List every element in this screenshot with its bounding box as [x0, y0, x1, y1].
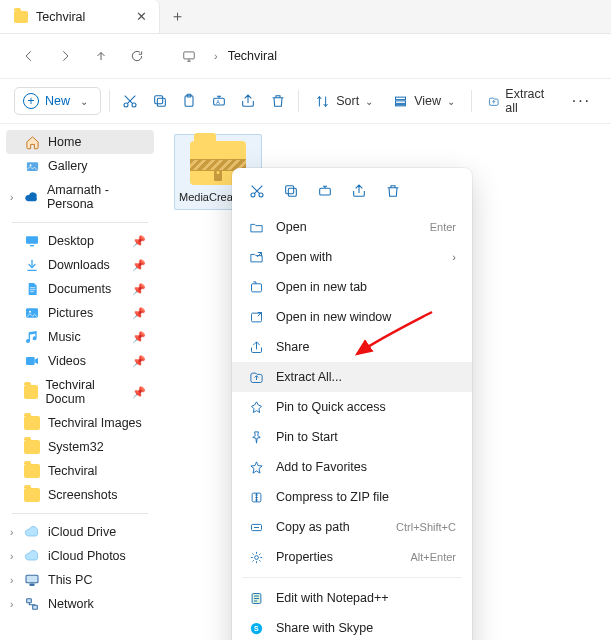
sidebar-item-folder[interactable]: Techviral Docum📌: [6, 373, 154, 411]
menu-item-open[interactable]: OpenEnter: [232, 212, 472, 242]
context-menu: OpenEnter Open with› Open in new tab Ope…: [232, 168, 472, 640]
sidebar-item-gallery[interactable]: Gallery: [6, 154, 154, 178]
desktop-icon: [24, 234, 40, 248]
music-icon: [24, 330, 40, 344]
chevron-right-icon[interactable]: ›: [10, 575, 13, 586]
sidebar-item-icloud-drive[interactable]: ›iCloud Drive: [6, 520, 154, 544]
svg-rect-3: [157, 98, 165, 106]
gallery-icon: [24, 159, 40, 173]
command-bar: + New ⌄ A Sort⌄ View⌄ Extract all ···: [0, 78, 611, 124]
sidebar-item-folder[interactable]: Techviral: [6, 459, 154, 483]
share-button[interactable]: [236, 86, 261, 116]
menu-item-copy-path[interactable]: Copy as pathCtrl+Shift+C: [232, 512, 472, 542]
svg-rect-28: [251, 283, 261, 291]
notepad-icon: [248, 590, 264, 606]
menu-item-pin-start[interactable]: Pin to Start: [232, 422, 472, 452]
extract-all-button[interactable]: Extract all: [480, 83, 556, 119]
svg-rect-9: [396, 97, 406, 100]
sidebar-item-folder[interactable]: Screenshots: [6, 483, 154, 507]
pin-icon: 📌: [132, 386, 146, 399]
chevron-right-icon: ›: [452, 251, 456, 263]
folder-icon: [24, 385, 38, 399]
forward-button[interactable]: [50, 41, 80, 71]
svg-rect-19: [26, 575, 38, 582]
sort-button[interactable]: Sort⌄: [307, 90, 381, 113]
ctx-copy-button[interactable]: [280, 180, 302, 202]
new-button[interactable]: + New ⌄: [14, 87, 101, 115]
menu-item-share-skype[interactable]: SShare with Skype: [232, 613, 472, 640]
new-tab-icon: [248, 279, 264, 295]
delete-button[interactable]: [265, 86, 290, 116]
svg-rect-18: [26, 357, 35, 365]
sidebar-item-home[interactable]: Home: [6, 130, 154, 154]
open-icon: [248, 219, 264, 235]
menu-item-open-with[interactable]: Open with›: [232, 242, 472, 272]
chevron-right-icon[interactable]: ›: [10, 192, 13, 203]
menu-item-share[interactable]: Share: [232, 332, 472, 362]
sidebar-item-this-pc[interactable]: ›This PC: [6, 568, 154, 592]
pin-icon: 📌: [132, 355, 146, 368]
sidebar-item-desktop[interactable]: Desktop📌: [6, 229, 154, 253]
refresh-button[interactable]: [122, 41, 152, 71]
sidebar-item-videos[interactable]: Videos📌: [6, 349, 154, 373]
close-tab-icon[interactable]: ✕: [136, 9, 147, 24]
sidebar-item-icloud-photos[interactable]: ›iCloud Photos: [6, 544, 154, 568]
svg-rect-26: [286, 186, 294, 194]
paste-button[interactable]: [177, 86, 202, 116]
title-bar: Techviral ✕ ＋: [0, 0, 611, 34]
rename-button[interactable]: A: [206, 86, 231, 116]
open-with-icon: [248, 249, 264, 265]
new-label: New: [45, 94, 70, 108]
sidebar-item-network[interactable]: ›Network: [6, 592, 154, 616]
svg-rect-21: [27, 599, 32, 603]
download-icon: [24, 258, 40, 272]
folder-icon: [24, 488, 40, 502]
home-icon: [24, 135, 40, 149]
ctx-share-button[interactable]: [348, 180, 370, 202]
pin-icon: 📌: [132, 235, 146, 248]
network-icon: [24, 597, 40, 611]
ctx-rename-button[interactable]: [314, 180, 336, 202]
menu-item-edit-notepad[interactable]: Edit with Notepad++: [232, 583, 472, 613]
chevron-right-icon[interactable]: ›: [10, 551, 13, 562]
chevron-right-icon[interactable]: ›: [10, 527, 13, 538]
sidebar-item-downloads[interactable]: Downloads📌: [6, 253, 154, 277]
sidebar-item-music[interactable]: Music📌: [6, 325, 154, 349]
svg-point-17: [29, 311, 31, 313]
new-window-icon: [248, 309, 264, 325]
ctx-delete-button[interactable]: [382, 180, 404, 202]
view-button[interactable]: View⌄: [385, 90, 463, 113]
sidebar-item-folder[interactable]: System32: [6, 435, 154, 459]
folder-icon: [24, 416, 40, 430]
navigation-pane: Home Gallery › Amarnath - Persona Deskto…: [0, 124, 160, 640]
sidebar-item-documents[interactable]: Documents📌: [6, 277, 154, 301]
sidebar-item-onedrive[interactable]: › Amarnath - Persona: [6, 178, 154, 216]
chevron-right-icon[interactable]: ›: [10, 599, 13, 610]
plus-circle-icon: +: [23, 93, 39, 109]
ctx-cut-button[interactable]: [246, 180, 268, 202]
document-icon: [24, 282, 40, 296]
pc-icon[interactable]: [174, 41, 204, 71]
new-tab-button[interactable]: ＋: [160, 0, 194, 33]
up-button[interactable]: [86, 41, 116, 71]
sidebar-item-pictures[interactable]: Pictures📌: [6, 301, 154, 325]
nav-bar: › Techviral: [0, 34, 611, 78]
share-icon: [248, 339, 264, 355]
menu-item-open-new-tab[interactable]: Open in new tab: [232, 272, 472, 302]
breadcrumb-item[interactable]: Techviral: [228, 49, 277, 63]
browser-tab[interactable]: Techviral ✕: [0, 0, 160, 33]
menu-item-add-favorites[interactable]: Add to Favorites: [232, 452, 472, 482]
copy-button[interactable]: [147, 86, 172, 116]
cut-button[interactable]: [118, 86, 143, 116]
folder-icon: [14, 11, 28, 23]
menu-item-extract-all[interactable]: Extract All...: [232, 362, 472, 392]
cloud-icon: [24, 525, 40, 539]
skype-icon: S: [248, 620, 264, 636]
menu-item-compress[interactable]: Compress to ZIP file: [232, 482, 472, 512]
menu-item-pin-quick[interactable]: Pin to Quick access: [232, 392, 472, 422]
menu-item-properties[interactable]: PropertiesAlt+Enter: [232, 542, 472, 572]
more-button[interactable]: ···: [566, 92, 597, 110]
sidebar-item-folder[interactable]: Techviral Images: [6, 411, 154, 435]
back-button[interactable]: [14, 41, 44, 71]
menu-item-open-new-window[interactable]: Open in new window: [232, 302, 472, 332]
